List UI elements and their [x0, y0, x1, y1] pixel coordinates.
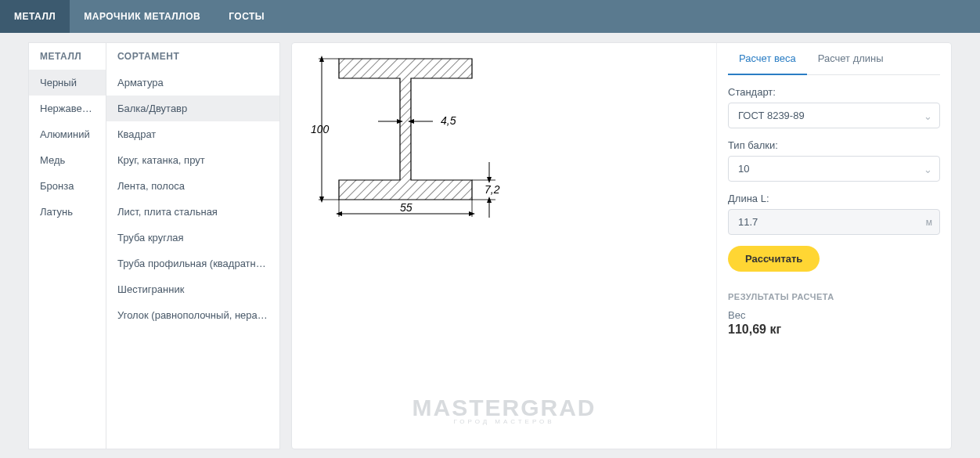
list-item[interactable]: Алюминий [29, 121, 106, 147]
list-item[interactable]: Труба профильная (квадратная / прямоугол… [106, 251, 279, 276]
content-panel: 100 55 4,5 7,2 MASTERGRAD ГОРОД МАСТЕР [291, 42, 952, 449]
weight-value: 110,69 кг [728, 323, 940, 337]
list-item[interactable]: Уголок (равнополочный, неравнополочный) [106, 302, 279, 328]
length-input[interactable] [728, 209, 940, 235]
sortament-list: АрматураБалка/ДвутаврКвадратКруг, катанк… [106, 70, 279, 328]
weight-label: Вес [728, 309, 940, 321]
list-item[interactable]: Лист, плита стальная [106, 199, 279, 225]
sortament-column: СОРТАМЕНТ АрматураБалка/ДвутаврКвадратКр… [106, 42, 280, 449]
list-item[interactable]: Нержавейка [29, 96, 106, 121]
top-nav-item[interactable]: МАРОЧНИК МЕТАЛЛОВ [70, 0, 214, 33]
svg-text:7,2: 7,2 [485, 183, 500, 196]
list-item[interactable]: Труба круглая [106, 225, 279, 251]
diagram-area: 100 55 4,5 7,2 MASTERGRAD ГОРОД МАСТЕР [292, 43, 716, 449]
sortament-column-header: СОРТАМЕНТ [106, 43, 279, 70]
svg-text:100: 100 [311, 123, 330, 135]
list-item[interactable]: Бронза [29, 173, 106, 199]
calculate-button[interactable]: Рассчитать [728, 246, 820, 272]
list-item[interactable]: Квадрат [106, 121, 279, 147]
list-item[interactable]: Лента, полоса [106, 173, 279, 199]
list-item[interactable]: Балка/Двутавр [106, 96, 279, 121]
list-item[interactable]: Шестигранник [106, 276, 279, 302]
beam-type-select[interactable]: 10 [728, 156, 940, 182]
standard-label: Стандарт: [728, 86, 940, 98]
watermark: MASTERGRAD ГОРОД МАСТЕРОВ [413, 395, 596, 425]
top-nav: МЕТАЛЛМАРОЧНИК МЕТАЛЛОВГОСТЫ [0, 0, 980, 33]
length-unit: м [926, 217, 932, 228]
list-item[interactable]: Медь [29, 147, 106, 173]
metal-column-header: МЕТАЛЛ [29, 43, 106, 70]
list-item[interactable]: Круг, катанка, прут [106, 147, 279, 173]
results-header: РЕЗУЛЬТАТЫ РАСЧЕТА [728, 292, 940, 301]
svg-text:55: 55 [400, 201, 413, 214]
top-nav-item[interactable]: ГОСТЫ [214, 0, 279, 33]
calc-tabs: Расчет весаРасчет длины [728, 43, 940, 75]
list-item[interactable]: Черный [29, 70, 106, 96]
length-label: Длина L: [728, 193, 940, 204]
calc-tab[interactable]: Расчет веса [728, 43, 807, 75]
form-panel: Расчет весаРасчет длины Стандарт: ГОСТ 8… [716, 43, 951, 449]
beam-type-label: Тип балки: [728, 139, 940, 151]
metal-column: МЕТАЛЛ ЧерныйНержавейкаАлюминийМедьБронз… [28, 42, 106, 449]
list-item[interactable]: Арматура [106, 70, 279, 96]
svg-text:4,5: 4,5 [441, 114, 456, 127]
calc-tab[interactable]: Расчет длины [807, 43, 895, 74]
metal-list: ЧерныйНержавейкаАлюминийМедьБронзаЛатунь [29, 70, 106, 225]
list-item[interactable]: Латунь [29, 199, 106, 225]
top-nav-item[interactable]: МЕТАЛЛ [0, 0, 70, 33]
standard-select[interactable]: ГОСТ 8239-89 [728, 103, 940, 128]
ibeam-diagram: 100 55 4,5 7,2 [308, 51, 511, 223]
